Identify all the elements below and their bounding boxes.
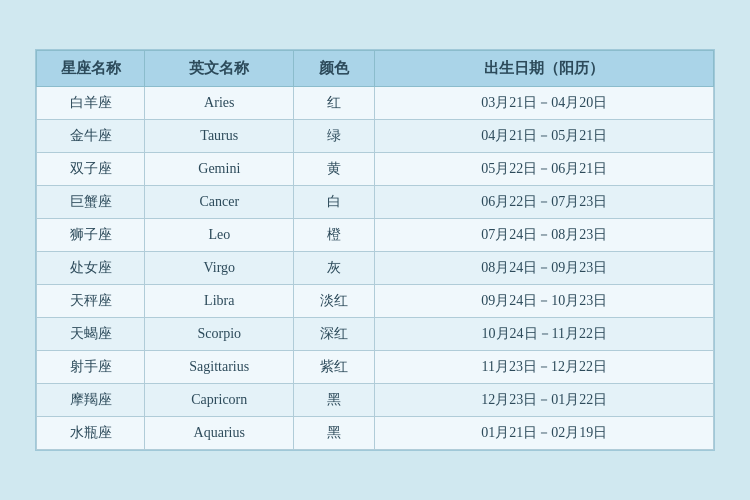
- cell-date: 01月21日－02月19日: [375, 417, 714, 450]
- cell-english: Scorpio: [145, 318, 294, 351]
- cell-english: Libra: [145, 285, 294, 318]
- header-english: 英文名称: [145, 51, 294, 87]
- cell-chinese: 白羊座: [37, 87, 145, 120]
- table-row: 处女座Virgo灰08月24日－09月23日: [37, 252, 714, 285]
- cell-english: Leo: [145, 219, 294, 252]
- cell-color: 红: [294, 87, 375, 120]
- table-row: 天蝎座Scorpio深红10月24日－11月22日: [37, 318, 714, 351]
- cell-date: 12月23日－01月22日: [375, 384, 714, 417]
- table-header-row: 星座名称 英文名称 颜色 出生日期（阳历）: [37, 51, 714, 87]
- cell-date: 06月22日－07月23日: [375, 186, 714, 219]
- cell-date: 11月23日－12月22日: [375, 351, 714, 384]
- cell-date: 05月22日－06月21日: [375, 153, 714, 186]
- cell-chinese: 巨蟹座: [37, 186, 145, 219]
- cell-chinese: 天秤座: [37, 285, 145, 318]
- cell-date: 10月24日－11月22日: [375, 318, 714, 351]
- cell-date: 08月24日－09月23日: [375, 252, 714, 285]
- table-body: 白羊座Aries红03月21日－04月20日金牛座Taurus绿04月21日－0…: [37, 87, 714, 450]
- header-chinese: 星座名称: [37, 51, 145, 87]
- cell-english: Aquarius: [145, 417, 294, 450]
- cell-color: 淡红: [294, 285, 375, 318]
- cell-color: 绿: [294, 120, 375, 153]
- cell-chinese: 金牛座: [37, 120, 145, 153]
- cell-color: 白: [294, 186, 375, 219]
- table-row: 射手座Sagittarius紫红11月23日－12月22日: [37, 351, 714, 384]
- cell-chinese: 处女座: [37, 252, 145, 285]
- cell-color: 黑: [294, 417, 375, 450]
- cell-chinese: 摩羯座: [37, 384, 145, 417]
- table-row: 巨蟹座Cancer白06月22日－07月23日: [37, 186, 714, 219]
- cell-english: Sagittarius: [145, 351, 294, 384]
- cell-chinese: 双子座: [37, 153, 145, 186]
- cell-color: 深红: [294, 318, 375, 351]
- cell-english: Aries: [145, 87, 294, 120]
- zodiac-table-container: 星座名称 英文名称 颜色 出生日期（阳历） 白羊座Aries红03月21日－04…: [35, 49, 715, 451]
- cell-color: 紫红: [294, 351, 375, 384]
- cell-date: 03月21日－04月20日: [375, 87, 714, 120]
- cell-chinese: 射手座: [37, 351, 145, 384]
- cell-english: Virgo: [145, 252, 294, 285]
- cell-color: 黑: [294, 384, 375, 417]
- cell-date: 09月24日－10月23日: [375, 285, 714, 318]
- table-row: 金牛座Taurus绿04月21日－05月21日: [37, 120, 714, 153]
- cell-english: Cancer: [145, 186, 294, 219]
- cell-chinese: 狮子座: [37, 219, 145, 252]
- table-row: 双子座Gemini黄05月22日－06月21日: [37, 153, 714, 186]
- header-color: 颜色: [294, 51, 375, 87]
- table-row: 天秤座Libra淡红09月24日－10月23日: [37, 285, 714, 318]
- cell-color: 黄: [294, 153, 375, 186]
- cell-english: Gemini: [145, 153, 294, 186]
- table-row: 白羊座Aries红03月21日－04月20日: [37, 87, 714, 120]
- cell-color: 灰: [294, 252, 375, 285]
- cell-english: Taurus: [145, 120, 294, 153]
- cell-date: 04月21日－05月21日: [375, 120, 714, 153]
- table-row: 水瓶座Aquarius黑01月21日－02月19日: [37, 417, 714, 450]
- cell-chinese: 天蝎座: [37, 318, 145, 351]
- header-date: 出生日期（阳历）: [375, 51, 714, 87]
- zodiac-table: 星座名称 英文名称 颜色 出生日期（阳历） 白羊座Aries红03月21日－04…: [36, 50, 714, 450]
- cell-english: Capricorn: [145, 384, 294, 417]
- cell-chinese: 水瓶座: [37, 417, 145, 450]
- cell-date: 07月24日－08月23日: [375, 219, 714, 252]
- table-row: 狮子座Leo橙07月24日－08月23日: [37, 219, 714, 252]
- cell-color: 橙: [294, 219, 375, 252]
- table-row: 摩羯座Capricorn黑12月23日－01月22日: [37, 384, 714, 417]
